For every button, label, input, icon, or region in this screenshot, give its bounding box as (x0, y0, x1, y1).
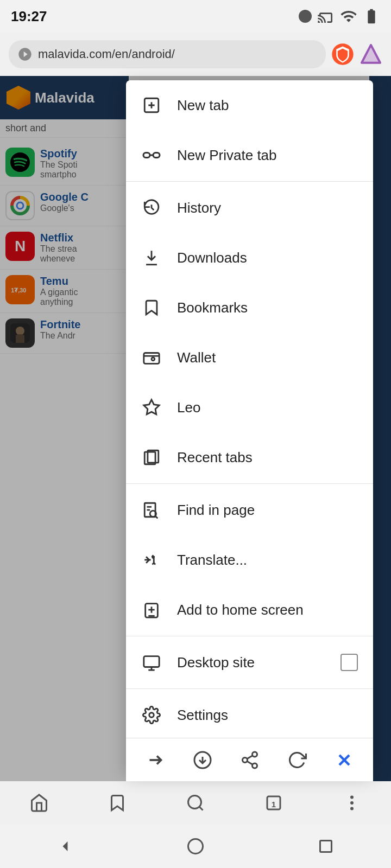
status-dot-icon (299, 10, 312, 23)
menu-label-settings: Settings (177, 707, 358, 724)
bookmark-icon (141, 297, 162, 318)
menu-item-bookmarks[interactable]: Bookmarks (126, 283, 373, 333)
forward-button[interactable] (139, 744, 172, 776)
svg-line-44 (247, 755, 252, 758)
svg-point-52 (350, 801, 354, 805)
cast-icon (317, 8, 335, 25)
svg-point-40 (252, 752, 257, 757)
menu-divider-4 (126, 688, 373, 689)
menu-label-desktop-site: Desktop site (177, 654, 325, 671)
brave-shield-icon[interactable] (331, 43, 354, 66)
menu-label-wallet: Wallet (177, 349, 358, 366)
android-recents-button[interactable] (310, 830, 342, 863)
menu-item-settings[interactable]: Settings (126, 690, 373, 740)
find-icon (141, 500, 162, 520)
close-menu-button[interactable] (328, 744, 361, 776)
svg-point-41 (242, 757, 247, 762)
android-home-button[interactable] (179, 830, 212, 863)
menu-label-translate: Translate... (177, 552, 358, 569)
share-button[interactable] (234, 744, 266, 776)
home-button[interactable] (22, 786, 56, 820)
menu-item-find-in-page[interactable]: Find in page (126, 485, 373, 535)
menu-label-new-private-tab: New Private tab (177, 147, 358, 164)
menu-label-recent-tabs: Recent tabs (177, 449, 358, 466)
svg-point-53 (350, 807, 354, 810)
download-icon (141, 247, 162, 268)
svg-text:1: 1 (272, 800, 276, 809)
desktop-site-checkbox[interactable] (340, 654, 358, 671)
menu-item-history[interactable]: History (126, 183, 373, 233)
wifi-icon (340, 8, 357, 25)
bottom-action-bar (126, 738, 373, 781)
menu-divider-1 (126, 181, 373, 182)
site-icon (17, 47, 33, 62)
history-icon (141, 197, 162, 218)
star-outline-icon (141, 397, 162, 418)
dropdown-menu: New tab New Private tab History Download… (126, 80, 373, 773)
menu-item-new-private-tab[interactable]: New Private tab (126, 130, 373, 180)
menu-item-leo[interactable]: Leo (126, 382, 373, 432)
svg-marker-2 (362, 46, 380, 62)
menu-item-downloads[interactable]: Downloads (126, 233, 373, 283)
tabs-button[interactable]: 1 (256, 786, 291, 820)
gear-icon (141, 705, 162, 725)
svg-line-43 (247, 761, 252, 764)
menu-label-add-to-home: Add to home screen (177, 602, 358, 618)
translate-icon (141, 550, 162, 570)
svg-point-42 (252, 763, 257, 768)
android-nav-bar (0, 825, 391, 868)
menu-divider-3 (126, 636, 373, 636)
browser-bottom-bar: 1 (0, 781, 391, 825)
menu-label-downloads: Downloads (177, 250, 358, 266)
menu-label-leo: Leo (177, 399, 358, 416)
menu-label-new-tab: New tab (177, 97, 358, 114)
url-bar: malavida.com/en/android/ (0, 33, 391, 76)
url-input-area[interactable]: malavida.com/en/android/ (9, 40, 326, 68)
wallet-icon (141, 347, 162, 368)
status-bar: 19:27 (0, 0, 391, 33)
glasses-icon (141, 145, 162, 165)
svg-line-24 (155, 516, 157, 518)
download-page-button[interactable] (186, 744, 219, 776)
svg-point-34 (149, 713, 154, 718)
menu-item-add-to-home[interactable]: Add to home screen (126, 585, 373, 635)
search-nav-button[interactable] (178, 786, 213, 820)
bookmark-nav-button[interactable] (100, 786, 135, 820)
menu-item-wallet[interactable]: Wallet (126, 333, 373, 382)
menu-item-new-tab[interactable]: New tab (126, 80, 373, 130)
recent-tabs-icon (141, 447, 162, 468)
status-time: 19:27 (11, 8, 47, 25)
menu-item-translate[interactable]: Translate... (126, 535, 373, 585)
reload-button[interactable] (281, 744, 313, 776)
status-icons (299, 8, 380, 25)
svg-line-48 (199, 807, 203, 810)
menu-label-history: History (177, 200, 358, 216)
vpn-icon[interactable] (360, 43, 382, 66)
svg-point-55 (188, 839, 203, 854)
menu-label-bookmarks: Bookmarks (177, 299, 358, 316)
svg-point-47 (188, 796, 201, 809)
svg-marker-19 (144, 400, 159, 414)
svg-rect-56 (320, 841, 332, 852)
menu-divider-2 (126, 483, 373, 484)
menu-item-desktop-site[interactable]: Desktop site (126, 637, 373, 687)
svg-marker-54 (63, 841, 68, 851)
add-home-icon (141, 599, 162, 620)
url-text: malavida.com/en/android/ (38, 47, 317, 61)
desktop-icon (141, 652, 162, 673)
menu-item-recent-tabs[interactable]: Recent tabs (126, 432, 373, 482)
more-button[interactable] (335, 786, 369, 820)
svg-rect-31 (144, 656, 159, 667)
android-back-button[interactable] (49, 830, 81, 863)
plus-square-icon (141, 95, 162, 116)
battery-icon (363, 8, 380, 25)
svg-point-51 (350, 796, 354, 799)
menu-label-find-in-page: Find in page (177, 502, 358, 519)
